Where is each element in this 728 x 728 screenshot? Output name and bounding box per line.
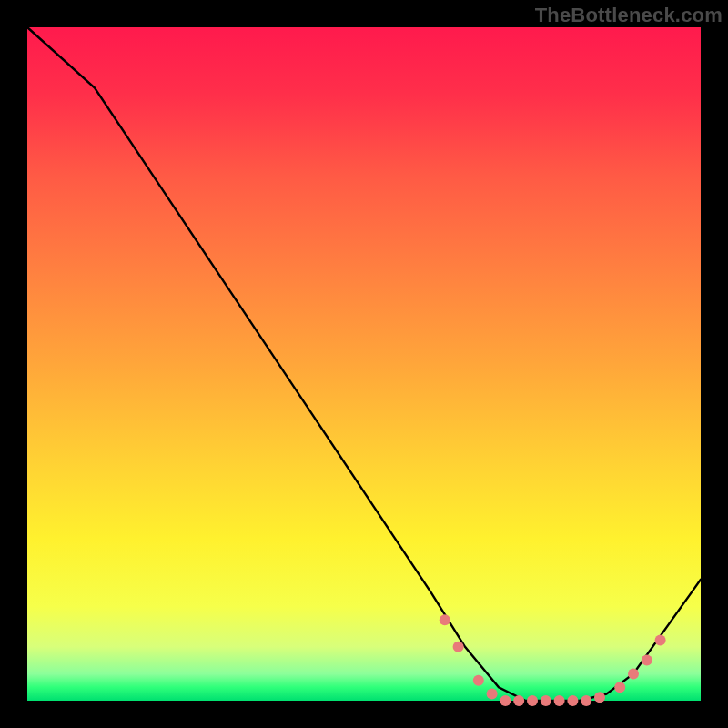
marker-dot — [628, 668, 639, 679]
marker-dot — [581, 695, 592, 706]
bottleneck-markers — [440, 614, 666, 706]
marker-dot — [513, 695, 524, 706]
bottleneck-curve — [27, 27, 701, 701]
marker-dot — [440, 614, 450, 625]
marker-dot — [567, 695, 578, 706]
chart-plot-area — [27, 27, 701, 701]
marker-dot — [500, 695, 511, 706]
watermark-text: TheBottleneck.com — [535, 4, 723, 27]
marker-dot — [453, 642, 464, 652]
marker-dot — [487, 689, 498, 700]
marker-dot — [541, 695, 551, 706]
marker-dot — [527, 695, 538, 706]
marker-dot — [554, 695, 565, 706]
chart-svg — [27, 27, 701, 701]
marker-dot — [473, 675, 484, 686]
marker-dot — [614, 682, 625, 693]
marker-dot — [655, 634, 666, 645]
chart-frame: TheBottleneck.com — [0, 0, 728, 728]
marker-dot — [594, 692, 605, 703]
marker-dot — [642, 655, 652, 666]
